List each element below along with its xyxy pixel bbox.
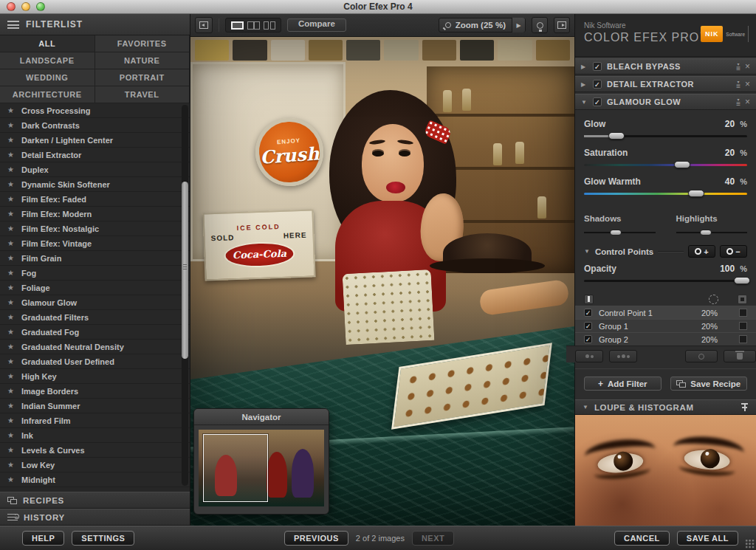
control-point-checkbox[interactable]: ✓ xyxy=(584,322,592,330)
filter-list-item[interactable]: ★Indian Summer xyxy=(0,399,190,413)
lightbulb-button[interactable] xyxy=(532,17,548,33)
favorite-star-icon[interactable]: ★ xyxy=(7,224,16,233)
filter-list-item[interactable]: ★Detail Extractor xyxy=(0,148,190,162)
filter-list-item[interactable]: ★Film Efex: Nostalgic xyxy=(0,221,190,236)
filter-list-item[interactable]: ★Glamour Glow xyxy=(0,295,190,310)
split-view-button[interactable] xyxy=(247,21,260,30)
saturation-slider-handle[interactable] xyxy=(674,161,690,168)
favorite-star-icon[interactable]: ★ xyxy=(7,357,16,365)
recipes-section-header[interactable]: RECIPES xyxy=(0,492,190,509)
category-nature[interactable]: NATURE xyxy=(95,52,190,69)
navigator-panel[interactable]: Navigator xyxy=(193,408,329,515)
compare-button[interactable]: Compare xyxy=(287,18,346,32)
loupe-collapse-icon[interactable]: ▼ xyxy=(583,404,589,410)
loupe-preview[interactable] xyxy=(575,415,756,526)
favorite-star-icon[interactable]: ★ xyxy=(7,180,16,188)
category-favorites[interactable]: FAVORITES xyxy=(95,35,190,52)
saturation-slider-track[interactable] xyxy=(584,164,747,166)
add-filter-button[interactable]: + Add Filter xyxy=(584,377,662,391)
favorite-star-icon[interactable]: ★ xyxy=(7,151,16,159)
favorite-star-icon[interactable]: ★ xyxy=(7,475,16,484)
delete-control-point-button[interactable] xyxy=(724,350,756,362)
favorite-star-icon[interactable]: ★ xyxy=(7,269,16,277)
filter-list-item[interactable]: ★Dark Contrasts xyxy=(0,118,190,133)
single-view-button[interactable] xyxy=(230,21,244,30)
filter-list-item[interactable]: ★Darken / Lighten Center xyxy=(0,133,190,148)
favorite-star-icon[interactable]: ★ xyxy=(7,210,16,218)
favorite-star-icon[interactable]: ★ xyxy=(7,298,16,306)
filter-stack-row-glamour-glow[interactable]: ▼ ✓ GLAMOUR GLOW ▾≡ × xyxy=(575,94,756,110)
control-points-collapse-icon[interactable]: ▼ xyxy=(584,248,591,255)
favorite-star-icon[interactable]: ★ xyxy=(7,165,16,173)
loupe-histogram-header[interactable]: ▼ LOUPE & HISTOGRAM xyxy=(575,399,756,415)
collapse-left-panel-button[interactable] xyxy=(195,17,213,33)
filter-list-item[interactable]: ★Levels & Curves xyxy=(0,443,190,458)
filter-list-scrollbar[interactable] xyxy=(182,105,188,486)
favorite-star-icon[interactable]: ★ xyxy=(7,387,16,395)
collapse-icon[interactable]: ▼ xyxy=(581,99,588,106)
filter-list-item[interactable]: ★Dynamic Skin Softener xyxy=(0,177,190,192)
opacity-slider-handle[interactable] xyxy=(734,277,750,284)
control-point-row[interactable]: ✓ Group 1 20% xyxy=(575,319,756,332)
navigator-thumbnail[interactable] xyxy=(199,430,324,506)
glow-warmth-slider-handle[interactable] xyxy=(688,190,704,197)
navigator-title[interactable]: Navigator xyxy=(194,409,329,425)
navigator-view-rectangle[interactable] xyxy=(203,434,268,502)
shadows-slider-handle[interactable] xyxy=(610,230,622,236)
control-point-checkbox[interactable]: ✓ xyxy=(584,335,592,343)
scrollbar-thumb[interactable] xyxy=(182,182,188,359)
expand-icon[interactable]: ▶ xyxy=(581,63,588,70)
filter-list-item[interactable]: ★High Key xyxy=(0,369,190,384)
category-landscape[interactable]: LANDSCAPE xyxy=(0,52,95,69)
control-point-row[interactable]: ✓ Group 2 20% xyxy=(575,332,756,346)
filter-list-item[interactable]: ★Foliage xyxy=(0,281,190,295)
preset-menu-icon[interactable]: ▾≡ xyxy=(736,63,740,70)
favorite-star-icon[interactable]: ★ xyxy=(7,416,16,424)
favorite-star-icon[interactable]: ★ xyxy=(7,446,16,454)
preset-menu-icon[interactable]: ▾≡ xyxy=(736,98,740,106)
filter-enabled-checkbox[interactable]: ✓ xyxy=(593,80,602,89)
filterlist-header[interactable]: FILTERLIST xyxy=(0,14,190,35)
filter-list-item[interactable]: ★Film Efex: Modern xyxy=(0,207,190,221)
favorite-star-icon[interactable]: ★ xyxy=(7,106,16,114)
duplicate-control-point-button[interactable] xyxy=(685,350,718,362)
filter-list-item[interactable]: ★Ink xyxy=(0,428,190,443)
filter-list-item[interactable]: ★Image Borders xyxy=(0,384,190,399)
cancel-button[interactable]: CANCEL xyxy=(614,531,670,546)
category-architecture[interactable]: ARCHITECTURE xyxy=(0,86,95,103)
previous-button[interactable]: PREVIOUS xyxy=(284,531,348,546)
pin-icon[interactable] xyxy=(740,402,749,413)
highlights-slider-track[interactable] xyxy=(676,232,748,233)
filter-list-item[interactable]: ★Duplex xyxy=(0,162,190,177)
favorite-star-icon[interactable]: ★ xyxy=(7,372,16,380)
favorite-star-icon[interactable]: ★ xyxy=(7,328,16,336)
filter-stack-row-bleach-bypass[interactable]: ▶ ✓ BLEACH BYPASS ▾≡ × xyxy=(575,58,756,75)
favorite-star-icon[interactable]: ★ xyxy=(7,313,16,321)
mask-checkbox[interactable] xyxy=(739,322,747,330)
remove-control-point-button[interactable]: − xyxy=(720,245,747,258)
next-button[interactable]: NEXT xyxy=(412,531,454,546)
control-point-checkbox[interactable]: ✓ xyxy=(584,309,592,317)
mask-checkbox[interactable] xyxy=(739,309,747,317)
glow-warmth-slider-track[interactable] xyxy=(584,193,747,195)
highlights-slider-handle[interactable] xyxy=(700,230,712,236)
filter-list-item[interactable]: ★Graduated User Defined xyxy=(0,354,190,369)
zoom-control[interactable]: Zoom (25 %) ▶ xyxy=(439,18,526,32)
favorite-star-icon[interactable]: ★ xyxy=(7,283,16,292)
shadows-slider-track[interactable] xyxy=(584,232,656,233)
favorite-star-icon[interactable]: ★ xyxy=(7,195,16,203)
opacity-slider-track[interactable] xyxy=(584,280,747,282)
filter-list-item[interactable]: ★Fog xyxy=(0,266,190,281)
filter-enabled-checkbox[interactable]: ✓ xyxy=(593,97,602,106)
favorite-star-icon[interactable]: ★ xyxy=(7,239,16,247)
remove-filter-icon[interactable]: × xyxy=(745,97,750,107)
resize-grip-icon[interactable] xyxy=(745,539,755,549)
category-portrait[interactable]: PORTRAIT xyxy=(95,69,190,86)
category-travel[interactable]: TRAVEL xyxy=(95,86,190,103)
mask-checkbox[interactable] xyxy=(739,335,747,343)
zoom-dropdown-arrow[interactable]: ▶ xyxy=(512,18,525,32)
favorite-star-icon[interactable]: ★ xyxy=(7,461,16,469)
settings-button[interactable]: SETTINGS xyxy=(72,531,134,546)
filter-list-item[interactable]: ★Low Key xyxy=(0,458,190,472)
remove-filter-icon[interactable]: × xyxy=(745,79,750,89)
